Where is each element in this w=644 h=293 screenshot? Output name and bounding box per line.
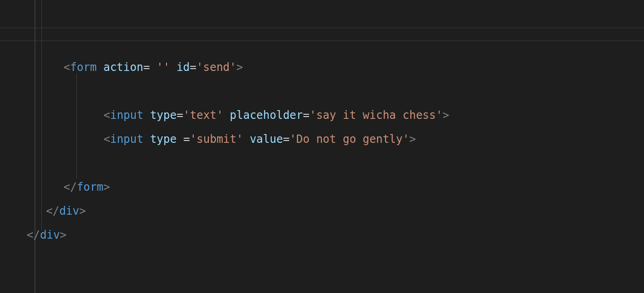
string-value: 'say it wicha chess' [310,109,443,122]
angle-bracket: > [104,181,110,193]
attribute-name: action [104,61,144,74]
code-area[interactable]: <form action= '' id='send'> <input type=… [0,0,644,293]
attribute-name: type [150,133,177,146]
code-line[interactable]: </form> [0,175,644,199]
string-value: '' [156,61,170,74]
tag-name: input [110,109,143,122]
tag-name: input [110,133,143,146]
attribute-name: type [150,109,177,122]
code-line[interactable]: </div> [0,223,644,247]
angle-bracket: </ [63,181,77,193]
angle-bracket: > [409,133,416,146]
angle-bracket: > [443,109,449,122]
string-value: 'Do not go gently' [290,133,409,146]
angle-bracket: > [60,229,66,241]
code-line-blank[interactable] [0,151,644,175]
angle-bracket: > [236,61,243,74]
angle-bracket: < [104,109,110,122]
code-line[interactable]: </div> [0,199,644,223]
attribute-name: value [250,133,283,146]
string-value: 'text' [183,109,223,122]
tag-name: div [40,229,60,241]
angle-bracket: </ [27,229,40,241]
tag-name: form [77,181,104,193]
string-value: 'send' [196,61,236,74]
string-value: 'submit' [190,133,243,146]
code-line-blank[interactable] [0,79,644,103]
code-line[interactable]: <input type ='submit' value='Do not go g… [0,127,644,151]
angle-bracket: > [79,205,86,217]
attribute-name: id [177,61,190,74]
angle-bracket: < [104,133,110,146]
angle-bracket: </ [46,205,59,217]
attribute-name: placeholder [230,109,303,122]
angle-bracket: < [63,61,70,74]
code-line[interactable]: <input type='text' placeholder='say it w… [0,103,644,127]
tag-name: div [59,205,79,217]
tag-name: form [70,61,97,74]
code-line[interactable]: <form action= '' id='send'> [0,55,644,79]
code-editor[interactable]: <form action= '' id='send'> <input type=… [0,0,644,293]
